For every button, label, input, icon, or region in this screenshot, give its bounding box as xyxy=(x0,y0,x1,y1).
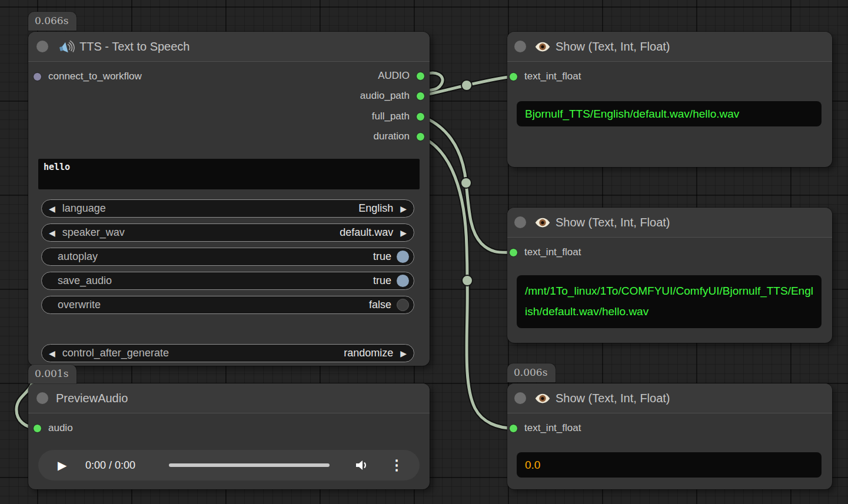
input-socket-icon[interactable] xyxy=(33,424,42,433)
player-time: 0:00 / 0:00 xyxy=(85,450,135,480)
input-socket-icon[interactable] xyxy=(509,72,518,81)
preview-audio-titlebar[interactable]: PreviewAudio xyxy=(28,383,430,413)
output-socket-icon[interactable] xyxy=(416,92,425,101)
eye-icon xyxy=(534,41,551,55)
node-title: Show (Text, Int, Float) xyxy=(556,383,670,413)
audio-player[interactable]: ▶ 0:00 / 0:00 ⋮ xyxy=(38,450,420,480)
output-socket-icon[interactable] xyxy=(416,72,425,81)
input-text-int-float[interactable]: text_int_float xyxy=(509,422,581,434)
widget-value: default.wav xyxy=(340,226,393,239)
widget-autoplay[interactable]: autoplay true xyxy=(41,248,414,266)
output-duration[interactable]: duration xyxy=(374,131,425,142)
input-connect-to-workflow[interactable]: connect_to_workflow xyxy=(33,71,142,82)
increment-arrow-icon[interactable]: ▶ xyxy=(393,349,414,358)
play-button-icon[interactable]: ▶ xyxy=(58,450,66,480)
output-label: duration xyxy=(374,131,410,142)
text-input-area[interactable]: hello xyxy=(38,159,420,189)
widget-value: randomize xyxy=(344,347,393,359)
output-audio[interactable]: AUDIO xyxy=(378,70,425,82)
node-title: Show (Text, Int, Float) xyxy=(556,208,670,237)
link-midpoint-dot[interactable] xyxy=(461,80,472,91)
eye-icon xyxy=(534,392,551,407)
link-midpoint-dot[interactable] xyxy=(461,178,471,188)
increment-arrow-icon[interactable]: ▶ xyxy=(393,228,414,238)
toggle-on-icon[interactable] xyxy=(397,275,409,287)
show-node-titlebar[interactable]: Show (Text, Int, Float) xyxy=(507,208,832,238)
speaker-megaphone-icon xyxy=(58,38,75,58)
execution-time-badge: 0.001s xyxy=(28,365,77,383)
widget-overwrite[interactable]: overwrite false xyxy=(41,296,414,314)
widget-value: English xyxy=(358,202,393,215)
input-label: text_int_float xyxy=(524,246,581,258)
output-label: full_path xyxy=(372,111,410,122)
input-label: connect_to_workflow xyxy=(48,71,142,82)
output-socket-icon[interactable] xyxy=(416,112,425,121)
widget-value: true xyxy=(373,251,391,263)
input-audio[interactable]: audio xyxy=(33,422,73,434)
widget-value: true xyxy=(373,275,391,287)
show-value-display: 0.0 xyxy=(517,452,822,478)
output-label: AUDIO xyxy=(378,70,410,82)
collapse-dot[interactable] xyxy=(514,216,526,228)
collapse-dot[interactable] xyxy=(514,392,526,404)
widget-label: save_audio xyxy=(58,275,112,287)
widget-value: false xyxy=(369,299,391,311)
input-text-int-float[interactable]: text_int_float xyxy=(509,246,581,258)
input-label: text_int_float xyxy=(524,422,581,434)
widget-label: overwrite xyxy=(58,299,101,311)
input-socket-icon[interactable] xyxy=(509,424,518,433)
seek-bar[interactable] xyxy=(169,463,330,467)
node-title: PreviewAudio xyxy=(56,383,128,413)
show-node-titlebar[interactable]: Show (Text, Int, Float) xyxy=(507,383,832,413)
show-text-node-audio-path[interactable]: Show (Text, Int, Float) text_int_float B… xyxy=(507,32,832,167)
execution-time-badge: 0.066s xyxy=(28,12,77,31)
input-label: audio xyxy=(48,422,73,434)
widget-label: language xyxy=(62,202,106,215)
preview-audio-node[interactable]: PreviewAudio audio ▶ 0:00 / 0:00 ⋮ xyxy=(28,383,430,489)
widget-save-audio[interactable]: save_audio true xyxy=(41,272,414,290)
decrement-arrow-icon[interactable]: ◀ xyxy=(42,204,62,213)
output-socket-icon[interactable] xyxy=(416,132,425,141)
decrement-arrow-icon[interactable]: ◀ xyxy=(42,349,62,358)
collapse-dot[interactable] xyxy=(36,392,48,404)
input-socket-icon[interactable] xyxy=(33,72,42,81)
show-value-display: /mnt/1To_linux/1To/COMFYUI/ComfyUI/Bjorn… xyxy=(517,275,822,328)
eye-icon xyxy=(534,216,551,231)
volume-icon[interactable] xyxy=(354,459,368,474)
increment-arrow-icon[interactable]: ▶ xyxy=(393,204,414,213)
toggle-on-icon[interactable] xyxy=(397,251,409,263)
show-text-node-duration[interactable]: Show (Text, Int, Float) text_int_float 0… xyxy=(507,383,832,489)
player-menu-icon[interactable]: ⋮ xyxy=(390,455,404,476)
widget-speaker-wav[interactable]: ◀ speaker_wav default.wav ▶ xyxy=(41,223,414,242)
link-midpoint-dot[interactable] xyxy=(462,275,473,286)
decrement-arrow-icon[interactable]: ◀ xyxy=(42,228,62,238)
show-node-titlebar[interactable]: Show (Text, Int, Float) xyxy=(507,32,832,62)
node-title: Show (Text, Int, Float) xyxy=(556,32,670,61)
tts-node-titlebar[interactable]: TTS - Text to Speech xyxy=(28,32,430,62)
output-audio-path[interactable]: audio_path xyxy=(360,90,425,102)
widget-label: autoplay xyxy=(58,251,98,263)
widget-control-after-generate[interactable]: ◀ control_after_generate randomize ▶ xyxy=(41,344,414,362)
input-label: text_int_float xyxy=(524,71,581,82)
node-title: TTS - Text to Speech xyxy=(79,32,190,61)
collapse-dot[interactable] xyxy=(36,41,48,52)
input-text-int-float[interactable]: text_int_float xyxy=(509,71,581,82)
execution-time-badge: 0.006s xyxy=(507,363,556,382)
toggle-off-icon[interactable] xyxy=(397,299,409,311)
show-text-node-full-path[interactable]: Show (Text, Int, Float) text_int_float /… xyxy=(507,208,832,343)
widget-language[interactable]: ◀ language English ▶ xyxy=(41,199,414,218)
node-graph-canvas[interactable]: { "colors": { "wire": "#aec0a8", "output… xyxy=(0,0,848,504)
output-full-path[interactable]: full_path xyxy=(372,111,425,122)
widget-label: control_after_generate xyxy=(62,347,169,359)
tts-node[interactable]: TTS - Text to Speech connect_to_workflow… xyxy=(28,32,430,366)
input-socket-icon[interactable] xyxy=(509,248,518,257)
show-value-display: Bjornulf_TTS/English/default.wav/hello.w… xyxy=(517,101,822,126)
output-label: audio_path xyxy=(360,90,410,102)
collapse-dot[interactable] xyxy=(514,41,526,52)
widget-label: speaker_wav xyxy=(62,226,125,239)
